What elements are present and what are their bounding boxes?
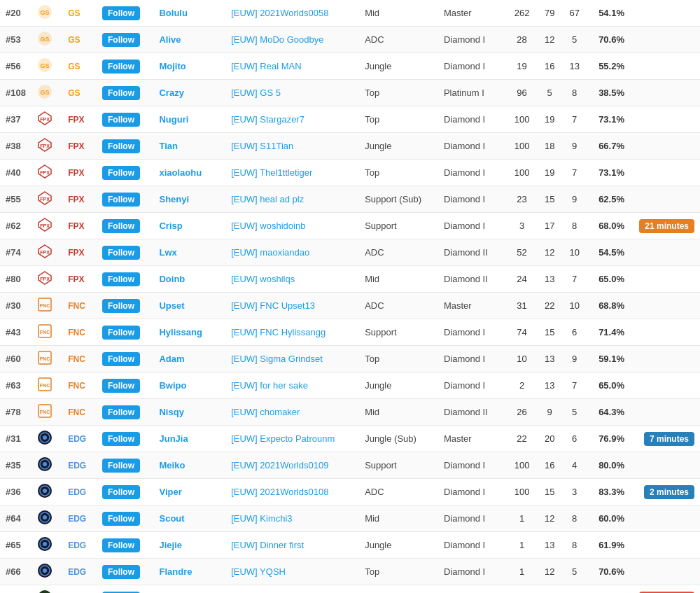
team-icon-cell: FNC xyxy=(31,399,62,426)
player-name: Meiko xyxy=(159,460,185,470)
role-cell: ADC xyxy=(359,239,438,266)
team-name: EDG xyxy=(68,434,86,444)
follow-button[interactable]: Follow xyxy=(102,459,140,473)
winrate-cell: 70.6% xyxy=(587,559,630,585)
follow-cell[interactable]: Follow xyxy=(97,585,153,594)
team-code-cell: FPX xyxy=(62,213,97,239)
follow-cell[interactable]: Follow xyxy=(97,106,153,133)
follow-cell[interactable]: Follow xyxy=(97,559,153,585)
badge-cell xyxy=(630,160,700,186)
follow-cell[interactable]: Follow xyxy=(97,452,153,479)
team-code-cell: GS xyxy=(62,0,97,27)
follow-button[interactable]: Follow xyxy=(102,565,140,579)
follow-cell[interactable]: Follow xyxy=(97,319,153,346)
time-badge: 2 minutes xyxy=(644,485,694,499)
follow-cell[interactable]: Follow xyxy=(97,399,153,426)
rank-cell: #38 xyxy=(0,133,31,160)
follow-cell[interactable]: Follow xyxy=(97,532,153,559)
follow-button[interactable]: Follow xyxy=(102,139,140,153)
team-icon-cell xyxy=(31,505,62,532)
follow-button[interactable]: Follow xyxy=(102,60,140,74)
follow-button[interactable]: Follow xyxy=(102,538,140,552)
follow-button[interactable]: Follow xyxy=(102,6,140,20)
team-name: EDG xyxy=(68,461,86,470)
follow-cell[interactable]: Follow xyxy=(97,239,153,266)
follow-button[interactable]: Follow xyxy=(102,432,140,446)
badge-cell: 7 minutes xyxy=(630,426,700,452)
follow-cell[interactable]: Follow xyxy=(97,213,153,239)
team-icon-cell: FPX xyxy=(31,239,62,266)
g3-cell: 7 xyxy=(562,106,587,133)
summoner-cell: [EUW] Kimchi3 xyxy=(225,505,359,532)
table-row: #55 FPX FPX Follow Shenyi [EUW] heal ad … xyxy=(0,186,700,213)
winrate-cell: 62.5% xyxy=(587,186,630,213)
team-icon-cell: GS xyxy=(31,80,62,106)
table-row: #53 GS GS Follow Alive [EUW] MoDo Goodby… xyxy=(0,27,700,53)
follow-cell[interactable]: Follow xyxy=(97,293,153,319)
follow-button[interactable]: Follow xyxy=(102,193,140,207)
follow-cell[interactable]: Follow xyxy=(97,133,153,160)
tier-cell: Diamond I xyxy=(438,106,507,133)
follow-button[interactable]: Follow xyxy=(102,86,140,100)
follow-cell[interactable]: Follow xyxy=(97,53,153,80)
follow-button[interactable]: Follow xyxy=(102,166,140,180)
svg-text:GS: GS xyxy=(40,89,49,96)
follow-button[interactable]: Follow xyxy=(102,512,140,526)
follow-button[interactable]: Follow xyxy=(102,246,140,260)
follow-cell[interactable]: Follow xyxy=(97,160,153,186)
follow-button[interactable]: Follow xyxy=(102,405,140,419)
tier-cell: Diamond I xyxy=(438,160,507,186)
summoner-cell: [EUW] for her sake xyxy=(225,372,359,399)
follow-cell[interactable]: Follow xyxy=(97,372,153,399)
team-name: FPX xyxy=(68,195,84,204)
follow-button[interactable]: Follow xyxy=(102,299,140,313)
follow-cell[interactable]: Follow xyxy=(97,266,153,293)
table-row: #78 FNC FNC Follow Nisqy [EUW] chomaker … xyxy=(0,399,700,426)
follow-cell[interactable]: Follow xyxy=(97,426,153,452)
team-icon-cell: DK xyxy=(31,585,62,594)
g3-cell: 3 xyxy=(562,479,587,505)
follow-button[interactable]: Follow xyxy=(102,272,140,286)
follow-button[interactable]: Follow xyxy=(102,326,140,340)
follow-button[interactable]: Follow xyxy=(102,352,140,366)
follow-button[interactable]: Follow xyxy=(102,379,140,393)
follow-cell[interactable]: Follow xyxy=(97,505,153,532)
team-name: FNC xyxy=(68,354,85,364)
follow-cell[interactable]: Follow xyxy=(97,479,153,505)
follow-button[interactable]: Follow xyxy=(102,33,140,47)
role-cell: Mid xyxy=(359,0,438,27)
summoner-cell: [EUW] heal ad plz xyxy=(225,186,359,213)
tier-cell: Diamond I xyxy=(438,213,507,239)
tier-cell: Diamond I xyxy=(438,319,507,346)
badge-cell xyxy=(630,27,700,53)
summoner-name: [EUW] woshidoinb xyxy=(231,221,305,231)
rank-cell: #74 xyxy=(0,239,31,266)
follow-button[interactable]: Follow xyxy=(102,219,140,233)
follow-button[interactable]: Follow xyxy=(102,485,140,499)
team-name: GS xyxy=(68,8,80,18)
follow-button[interactable]: Follow xyxy=(102,113,140,127)
winrate-cell: 60.0% xyxy=(587,505,630,532)
player-cell: Hylissang xyxy=(153,319,225,346)
badge-cell xyxy=(630,532,700,559)
follow-cell[interactable]: Follow xyxy=(97,346,153,372)
summoner-name: [EUW] FNC Upset13 xyxy=(231,300,315,311)
summoner-cell: [EUW] Dinner first xyxy=(225,532,359,559)
summoner-name: [EUW] GS 5 xyxy=(231,88,281,98)
team-name: GS xyxy=(68,62,80,71)
g3-cell: 7 xyxy=(562,266,587,293)
summoner-name: [EUW] YQSH xyxy=(231,566,286,577)
follow-cell[interactable]: Follow xyxy=(97,80,153,106)
badge-cell xyxy=(630,0,700,27)
g1-cell: 22 xyxy=(507,426,538,452)
g1-cell: 2 xyxy=(507,372,538,399)
follow-cell[interactable]: Follow xyxy=(97,0,153,27)
player-cell: xiaolaohu xyxy=(153,160,225,186)
follow-cell[interactable]: Follow xyxy=(97,186,153,213)
follow-cell[interactable]: Follow xyxy=(97,27,153,53)
team-code-cell: DK xyxy=(62,585,97,594)
team-name: GS xyxy=(68,35,80,45)
player-cell: Doinb xyxy=(153,266,225,293)
team-code-cell: EDG xyxy=(62,532,97,559)
player-name: Nuguri xyxy=(159,114,188,125)
